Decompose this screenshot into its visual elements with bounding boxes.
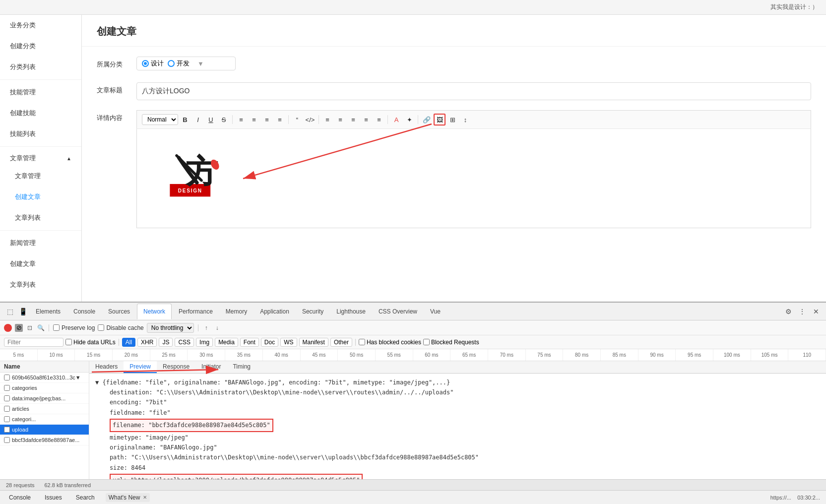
device-icon[interactable]: 📱 — [17, 306, 29, 317]
sidebar-item-create-news[interactable]: 创建文章 — [0, 253, 81, 274]
tab-preview[interactable]: Preview — [124, 361, 157, 373]
req-checkbox-categories[interactable] — [4, 385, 10, 391]
blocked-requests-checkbox[interactable]: Blocked Requests — [423, 339, 479, 346]
link-button[interactable]: 🔗 — [421, 114, 433, 126]
tab-initiator[interactable]: Initiator — [195, 361, 227, 373]
filter-ws[interactable]: WS — [280, 338, 297, 347]
req-checkbox-1[interactable] — [4, 375, 10, 380]
tab-security[interactable]: Security — [296, 304, 329, 319]
list-ol-button[interactable]: ≡ — [321, 114, 333, 126]
tab-response[interactable]: Response — [157, 361, 195, 373]
request-item-1[interactable]: 609b4650a8f61e3310...3c▼ — [0, 373, 89, 383]
tab-performance[interactable]: Performance — [173, 304, 219, 319]
align-center-button[interactable]: ≡ — [248, 114, 260, 126]
filter-icon[interactable]: ⊡ — [26, 324, 34, 332]
fullscreen-button[interactable]: ↕ — [459, 114, 471, 126]
req-checkbox-articles[interactable] — [4, 406, 10, 412]
code-button[interactable]: </> — [304, 114, 316, 126]
sidebar-item-skill-mgmt[interactable]: 技能管理 — [0, 82, 81, 103]
tab-vue[interactable]: Vue — [424, 304, 446, 319]
list-check-button[interactable]: ≡ — [373, 114, 385, 126]
req-checkbox-categori[interactable] — [4, 416, 10, 422]
tab-css-overview[interactable]: CSS Overview — [373, 304, 423, 319]
blockquote-button[interactable]: “ — [291, 114, 303, 126]
font-color-button[interactable]: A — [390, 114, 402, 126]
list-outdent-button[interactable]: ≡ — [360, 114, 372, 126]
close-icon[interactable]: ✕ — [810, 306, 822, 317]
hide-data-urls-checkbox[interactable]: Hide data URLs — [65, 339, 116, 346]
sidebar-item-article-list[interactable]: 文章列表 — [0, 207, 81, 228]
tab-elements[interactable]: Elements — [30, 304, 66, 319]
bottom-tab-whats-new[interactable]: What's New ✕ — [106, 493, 150, 502]
filter-font[interactable]: Font — [240, 338, 259, 347]
sidebar-item-create-article[interactable]: 创建文章 — [0, 187, 81, 207]
filter-other[interactable]: Other — [330, 338, 352, 347]
highlight-button[interactable]: ✦ — [403, 114, 415, 126]
has-blocked-input[interactable] — [359, 339, 365, 345]
filter-doc[interactable]: Doc — [261, 338, 278, 347]
preserve-log-input[interactable] — [53, 324, 60, 331]
sidebar-group-article-mgmt[interactable]: 文章管理 ▲ — [0, 149, 81, 166]
filter-xhr[interactable]: XHR — [137, 338, 157, 347]
tab-application[interactable]: Application — [254, 304, 295, 319]
filter-all[interactable]: All — [122, 338, 135, 347]
sidebar-item-news-list[interactable]: 文章列表 — [0, 274, 81, 295]
request-item-dataimage[interactable]: data:image/jpeg;bas... — [0, 393, 89, 404]
preserve-log-checkbox[interactable]: Preserve log — [53, 324, 95, 331]
tab-console[interactable]: Console — [67, 304, 101, 319]
clear-button[interactable]: ⊘ — [15, 324, 23, 332]
sidebar-item-skill-list[interactable]: 技能列表 — [0, 124, 81, 144]
whats-new-close-icon[interactable]: ✕ — [143, 495, 147, 500]
blocked-requests-input[interactable] — [423, 339, 430, 345]
strikethrough-button[interactable]: S — [218, 114, 230, 126]
throttle-select[interactable]: No throttling — [147, 323, 194, 333]
filter-media[interactable]: Media — [215, 338, 238, 347]
req-checkbox-upload[interactable] — [4, 427, 10, 433]
request-item-upload[interactable]: upload — [0, 425, 89, 435]
filter-css[interactable]: CSS — [175, 338, 194, 347]
category-select[interactable]: 设计 开发 ▼ — [136, 57, 236, 70]
sidebar-item-category-list[interactable]: 分类列表 — [0, 57, 81, 77]
settings-icon[interactable]: ⚙ — [782, 306, 794, 317]
underline-button[interactable]: U — [205, 114, 217, 126]
bottom-tab-console[interactable]: Console — [6, 493, 34, 502]
tab-timing[interactable]: Timing — [227, 361, 256, 373]
request-item-articles[interactable]: articles — [0, 404, 89, 414]
sidebar-item-create-skill[interactable]: 创建技能 — [0, 103, 81, 124]
bold-button[interactable]: B — [179, 114, 191, 126]
request-item-categori[interactable]: categori... — [0, 414, 89, 425]
filter-manifest[interactable]: Manifest — [299, 338, 328, 347]
import-icon[interactable]: ↑ — [202, 324, 210, 332]
record-button[interactable] — [4, 324, 12, 332]
hide-data-urls-input[interactable] — [65, 339, 72, 345]
disable-cache-input[interactable] — [98, 324, 104, 331]
sidebar-item-article-mgmt[interactable]: 文章管理 — [0, 166, 81, 187]
title-input[interactable] — [136, 82, 811, 100]
align-left-button[interactable]: ≡ — [235, 114, 247, 126]
more-icon[interactable]: ⋮ — [796, 306, 808, 317]
list-ul-button[interactable]: ≡ — [334, 114, 346, 126]
bottom-tab-search[interactable]: Search — [73, 493, 98, 502]
italic-button[interactable]: I — [192, 114, 204, 126]
tab-headers[interactable]: Headers — [89, 361, 124, 373]
table-button[interactable]: ⊞ — [446, 114, 458, 126]
format-select[interactable]: Normal — [142, 114, 178, 125]
req-checkbox-dataimage[interactable] — [4, 395, 10, 401]
inspect-icon[interactable]: ⬚ — [4, 306, 16, 317]
radio-dev[interactable]: 开发 — [168, 59, 190, 68]
bottom-tab-issues[interactable]: Issues — [42, 493, 65, 502]
radio-design[interactable]: 设计 — [142, 59, 164, 68]
sidebar-item-news-mgmt[interactable]: 新闻管理 — [0, 233, 81, 253]
tab-memory[interactable]: Memory — [220, 304, 253, 319]
search-icon[interactable]: 🔍 — [37, 324, 45, 332]
export-icon[interactable]: ↓ — [213, 324, 221, 332]
filter-js[interactable]: JS — [159, 338, 173, 347]
align-justify-button[interactable]: ≡ — [274, 114, 286, 126]
request-item-bbcf[interactable]: bbcf3dafdce988e88987ae... — [0, 435, 89, 445]
list-indent-button[interactable]: ≡ — [347, 114, 359, 126]
sidebar-item-create-category[interactable]: 创建分类 — [0, 36, 81, 57]
request-item-categories[interactable]: categories — [0, 383, 89, 393]
filter-input[interactable] — [4, 338, 64, 347]
tab-network[interactable]: Network — [137, 304, 172, 319]
image-button[interactable]: 🖼 — [434, 114, 445, 126]
